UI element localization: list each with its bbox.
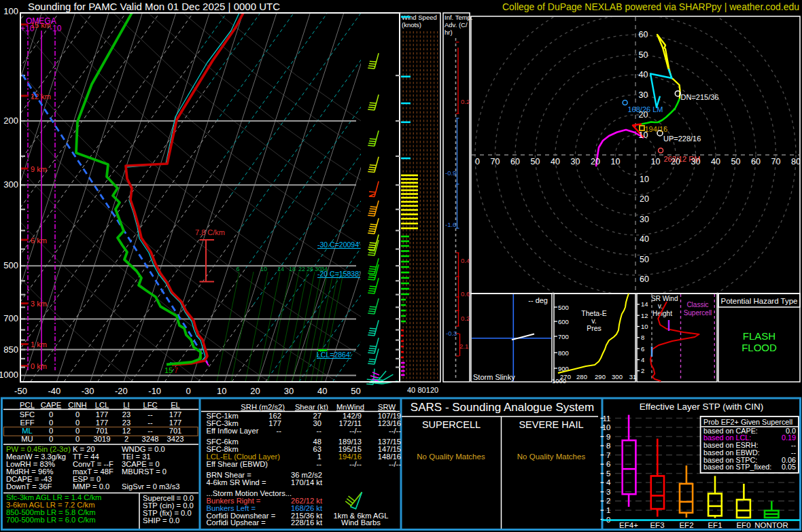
- svg-text:-30: -30: [82, 386, 94, 396]
- svg-text:0: 0: [186, 386, 190, 396]
- svg-text:-30 C=20094': -30 C=20094': [317, 241, 360, 249]
- svg-text:80: 80: [791, 157, 801, 166]
- svg-text:123/16: 123/16: [378, 419, 401, 427]
- svg-text:0: 0: [49, 427, 53, 435]
- svg-text:40: 40: [639, 70, 648, 79]
- svg-text:10: 10: [602, 423, 611, 431]
- svg-text:280: 280: [576, 373, 587, 380]
- svg-text:0.2: 0.2: [461, 98, 470, 105]
- svg-text:Prob EF2+ Given Supercell: Prob EF2+ Given Supercell: [703, 418, 792, 426]
- svg-text:300: 300: [3, 179, 18, 190]
- svg-text:UP=228/16: UP=228/16: [663, 135, 701, 143]
- svg-text:LFC: LFC: [143, 401, 157, 409]
- svg-text:No Quality Matches: No Quality Matches: [417, 453, 485, 461]
- svg-text:7: 7: [174, 366, 178, 374]
- svg-text:hr): hr): [444, 29, 453, 36]
- svg-text:50: 50: [731, 157, 741, 166]
- svg-text:Effective Layer STP (with CIN): Effective Layer STP (with CIN): [640, 402, 764, 412]
- svg-text:4: 4: [641, 356, 644, 363]
- svg-text:Inf. Temp.: Inf. Temp.: [444, 14, 473, 21]
- svg-text:v.: v.: [658, 302, 663, 310]
- svg-text:0.6: 0.6: [461, 290, 470, 298]
- svg-text:-20 C=15838': -20 C=15838': [317, 270, 360, 278]
- svg-text:4-6km SR Wind =: 4-6km SR Wind =: [207, 478, 266, 486]
- svg-text:LCL: LCL: [95, 401, 109, 409]
- svg-text:12: 12: [641, 312, 648, 319]
- svg-text:--: --: [147, 419, 153, 427]
- svg-text:-0.9: -0.9: [445, 169, 456, 177]
- svg-text:20: 20: [671, 157, 680, 166]
- svg-text:290: 290: [595, 373, 606, 380]
- svg-text:200: 200: [3, 116, 18, 126]
- svg-text:1: 1: [317, 453, 321, 461]
- svg-text:60: 60: [510, 157, 520, 166]
- svg-text:12: 12: [122, 427, 130, 435]
- svg-text:SFC: SFC: [20, 410, 35, 419]
- svg-text:40: 40: [711, 157, 720, 166]
- svg-text:SHIP = 0.0: SHIP = 0.0: [143, 516, 179, 525]
- svg-text:-0.3: -0.3: [446, 330, 457, 337]
- svg-text:50: 50: [531, 157, 540, 166]
- svg-text:MMP = 0.0: MMP = 0.0: [73, 482, 109, 491]
- svg-text:6: 6: [641, 345, 644, 353]
- svg-text:Shear (kt): Shear (kt): [295, 403, 328, 411]
- svg-text:FLASH: FLASH: [743, 330, 775, 342]
- svg-text:8: 8: [641, 334, 644, 341]
- svg-text:60: 60: [640, 274, 649, 284]
- svg-text:10: 10: [260, 266, 267, 272]
- svg-text:-10: -10: [148, 386, 161, 396]
- svg-text:EFF: EFF: [20, 419, 34, 427]
- svg-text:6 km: 6 km: [31, 236, 47, 245]
- svg-text:MnWind: MnWind: [336, 403, 364, 411]
- svg-text:40: 40: [407, 386, 415, 394]
- svg-text:--/--: --/--: [389, 427, 401, 435]
- svg-text:9: 9: [606, 433, 610, 441]
- svg-text:14: 14: [641, 300, 648, 308]
- svg-text:20: 20: [640, 194, 649, 204]
- svg-text:Supercell: Supercell: [684, 309, 712, 317]
- svg-text:9 km: 9 km: [31, 165, 47, 173]
- svg-text:0.2: 0.2: [461, 315, 470, 322]
- svg-text:10: 10: [217, 386, 226, 396]
- svg-text:LCL-EL (Cloud Layer): LCL-EL (Cloud Layer): [207, 453, 281, 461]
- svg-text:148/16: 148/16: [378, 453, 401, 461]
- svg-text:60: 60: [639, 30, 648, 39]
- svg-text:700: 700: [558, 333, 569, 340]
- svg-text:SUPERCELL: SUPERCELL: [422, 419, 481, 430]
- svg-text:7: 7: [606, 451, 610, 459]
- svg-text:40: 40: [551, 157, 560, 166]
- svg-text:ML: ML: [22, 427, 33, 435]
- svg-text:-50: -50: [14, 386, 27, 396]
- svg-text:10: 10: [639, 130, 648, 140]
- svg-text:6: 6: [606, 460, 610, 468]
- svg-text:-1.6: -1.6: [445, 221, 456, 228]
- svg-text:Eff Shear (EBWD): Eff Shear (EBWD): [207, 460, 268, 468]
- svg-text:Sounding for PAMC Valid Mon 0: Sounding for PAMC Valid Mon 01 Dec 2025 …: [28, 1, 280, 12]
- svg-text:40: 40: [317, 386, 327, 396]
- svg-text:700: 700: [3, 313, 18, 323]
- svg-text:20: 20: [639, 110, 648, 120]
- svg-text:11: 11: [603, 414, 611, 423]
- svg-text:50: 50: [351, 386, 360, 396]
- svg-text:15: 15: [164, 366, 173, 374]
- svg-text:701: 701: [169, 427, 182, 435]
- svg-text:6: 6: [236, 266, 239, 272]
- svg-text:1: 1: [606, 506, 610, 514]
- svg-text:194/16: 194/16: [338, 453, 362, 461]
- svg-text:194/16: 194/16: [645, 125, 668, 133]
- svg-text:172/11: 172/11: [339, 419, 362, 427]
- svg-text:EF2: EF2: [679, 521, 693, 529]
- svg-text:0.4: 0.4: [461, 257, 470, 264]
- svg-text:--: --: [317, 460, 322, 468]
- svg-text:Classic: Classic: [686, 301, 708, 308]
- svg-text:Storm Slinky: Storm Slinky: [473, 373, 515, 381]
- svg-text:--/--: --/--: [349, 427, 362, 435]
- svg-text:60: 60: [751, 157, 761, 166]
- svg-text:Potential Hazard Type: Potential Hazard Type: [721, 297, 798, 305]
- svg-text:--/--: --/--: [349, 460, 362, 468]
- svg-text:23: 23: [122, 419, 130, 427]
- svg-text:30: 30: [691, 157, 701, 166]
- svg-text:20: 20: [250, 386, 260, 396]
- svg-text:-40: -40: [48, 386, 60, 396]
- svg-text:270: 270: [560, 373, 571, 380]
